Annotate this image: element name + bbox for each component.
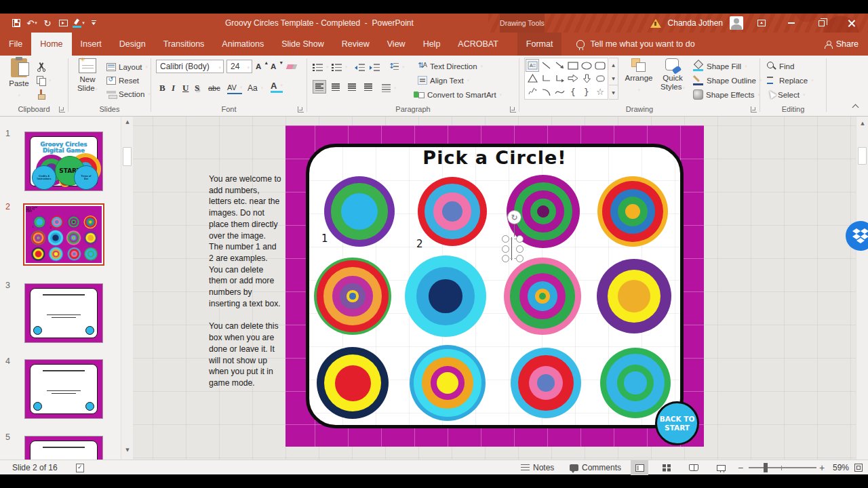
selection-handle[interactable] (502, 245, 509, 253)
slide-sorter-view-button[interactable] (658, 460, 675, 475)
user-name[interactable]: Chanda Jothen (668, 18, 723, 28)
zoom-slider-track[interactable] (749, 467, 816, 468)
tab-transitions[interactable]: Transitions (155, 33, 214, 56)
slide-show-button[interactable] (712, 460, 730, 475)
selection-handle[interactable] (516, 245, 524, 253)
shape-down-arrow-icon[interactable] (580, 72, 593, 85)
slide-title[interactable]: Pick a Circle! (285, 147, 704, 168)
align-right-button[interactable] (345, 80, 359, 94)
text-direction-button[interactable]: Text Direction (418, 60, 483, 73)
gallery-down-icon[interactable]: ▼ (609, 72, 618, 85)
tab-slideshow[interactable]: Slide Show (273, 33, 333, 56)
shape-rounded-rectangle-icon[interactable] (593, 59, 607, 72)
reset-button[interactable]: Reset (106, 74, 139, 87)
shape-effects-button[interactable]: Shape Effects (693, 88, 760, 101)
thumbnail-scrollbar-thumb[interactable] (123, 147, 132, 166)
shape-star-icon[interactable]: ☆ (593, 85, 607, 98)
reading-view-button[interactable] (685, 460, 703, 475)
shape-right-brace-icon[interactable]: } (580, 85, 593, 98)
zoom-out-button[interactable]: − (738, 460, 743, 475)
share-button[interactable]: Share (825, 33, 859, 56)
slide-canvas[interactable]: Pick a Circle! 1 2 BACK TO START (285, 125, 704, 447)
zoom-in-button[interactable]: + (819, 460, 825, 475)
section-button[interactable]: Section (106, 87, 151, 100)
customize-qat-icon[interactable] (87, 16, 101, 30)
increase-indent-button[interactable] (370, 60, 380, 73)
shape-right-arrow-icon[interactable] (566, 72, 580, 85)
shape-oval-icon[interactable] (580, 59, 593, 72)
font-size-combobox[interactable]: 24 (226, 60, 252, 73)
quick-styles-button[interactable]: QuickStyles (656, 58, 689, 102)
drawing-dialog-launcher[interactable] (751, 106, 757, 113)
find-button[interactable]: Find (767, 60, 794, 73)
start-from-beginning-icon[interactable] (56, 16, 70, 30)
example-number-2[interactable]: 2 (416, 238, 423, 250)
tab-animations[interactable]: Animations (213, 33, 273, 56)
copy-button[interactable] (37, 74, 52, 87)
italic-button[interactable]: I (172, 81, 175, 94)
slide-circle-image[interactable] (314, 258, 391, 335)
main-scrollbar-thumb[interactable] (858, 147, 867, 165)
slide-circle-image[interactable] (418, 177, 487, 246)
shrink-font-button[interactable]: A▼ (271, 60, 283, 73)
justify-button[interactable] (361, 80, 375, 94)
thumbnail-slide-4[interactable] (24, 359, 103, 419)
thumbnail-slide-2-selected[interactable]: Pick a Circle! 1 2 BACK TO START (24, 205, 103, 264)
clipboard-dialog-launcher[interactable] (59, 106, 65, 113)
new-slide-button[interactable]: NewSlide (73, 58, 102, 102)
slide-circle-image[interactable] (600, 348, 671, 418)
arrange-button[interactable]: Arrange (623, 58, 655, 102)
thumbnail-scrollbar[interactable]: ▲ ▼ (121, 117, 133, 460)
shape-outline-button[interactable]: Shape Outline (693, 74, 762, 87)
columns-button[interactable] (382, 81, 397, 94)
line-spacing-button[interactable] (389, 60, 405, 73)
font-name-combobox[interactable]: Calibri (Body) (156, 60, 224, 73)
gallery-up-icon[interactable]: ▲ (609, 58, 618, 72)
shape-line-icon[interactable] (539, 59, 553, 72)
character-spacing-button[interactable]: AV (227, 81, 242, 94)
decrease-indent-button[interactable] (355, 60, 365, 73)
cut-button[interactable] (37, 60, 46, 73)
avatar[interactable] (730, 16, 743, 30)
scroll-down-icon[interactable]: ▼ (121, 445, 133, 455)
clear-formatting-button[interactable] (287, 60, 297, 73)
shape-curve-icon[interactable] (553, 85, 566, 98)
collapse-ribbon-icon[interactable] (852, 103, 859, 109)
selection-handle[interactable] (516, 255, 524, 262)
shape-elbow-connector-icon[interactable] (539, 72, 553, 85)
align-text-button[interactable]: Align Text (418, 74, 469, 87)
close-button[interactable] (840, 14, 863, 33)
tab-format[interactable]: Format (517, 33, 562, 56)
strikethrough-button[interactable]: abc (208, 81, 220, 94)
selected-textbox-edge[interactable] (511, 237, 512, 260)
tab-home[interactable]: Home (31, 33, 71, 56)
shape-triangle-icon[interactable] (526, 72, 539, 85)
tab-acrobat[interactable]: ACROBAT (449, 33, 507, 56)
restore-button[interactable] (810, 14, 833, 33)
shapes-gallery[interactable]: A { } ☆ (524, 58, 608, 100)
comments-button[interactable]: Comments (570, 460, 621, 475)
select-button[interactable]: Select (767, 88, 805, 101)
instructions-textbox[interactable]: You are welcome to add numbers, letters … (209, 174, 281, 389)
shape-rectangle-icon[interactable] (566, 59, 580, 72)
ink-color-icon[interactable] (72, 16, 85, 30)
slide-circle-image[interactable] (511, 348, 581, 418)
tab-review[interactable]: Review (333, 33, 378, 56)
tell-me-box[interactable]: Tell me what you want to do (576, 33, 694, 56)
main-scrollbar[interactable]: ▲ (856, 117, 868, 460)
shape-elbow-arrow-icon[interactable] (553, 72, 566, 85)
selection-handle[interactable] (516, 235, 524, 243)
warning-icon[interactable] (650, 19, 661, 28)
scroll-up-icon[interactable]: ▲ (856, 118, 868, 129)
undo-icon[interactable]: ↶ (25, 16, 39, 30)
grow-font-button[interactable]: A▲ (256, 60, 269, 73)
convert-smartart-button[interactable]: Convert to SmartArt (414, 88, 502, 101)
slide-canvas[interactable]: Pick a Circle! 1 2 BACK TO START (26, 206, 40, 213)
tab-help[interactable]: Help (414, 33, 450, 56)
scroll-up-icon[interactable]: ▲ (121, 117, 133, 127)
thumbnail-slide-3[interactable] (24, 283, 103, 343)
gallery-more-icon[interactable]: ▼ (609, 85, 618, 99)
change-case-button[interactable]: Aa (248, 81, 263, 94)
notes-button[interactable]: Notes (521, 460, 554, 475)
thumbnail-slide-1[interactable]: Groovy CirclesDigital Game START Credits… (24, 131, 103, 191)
